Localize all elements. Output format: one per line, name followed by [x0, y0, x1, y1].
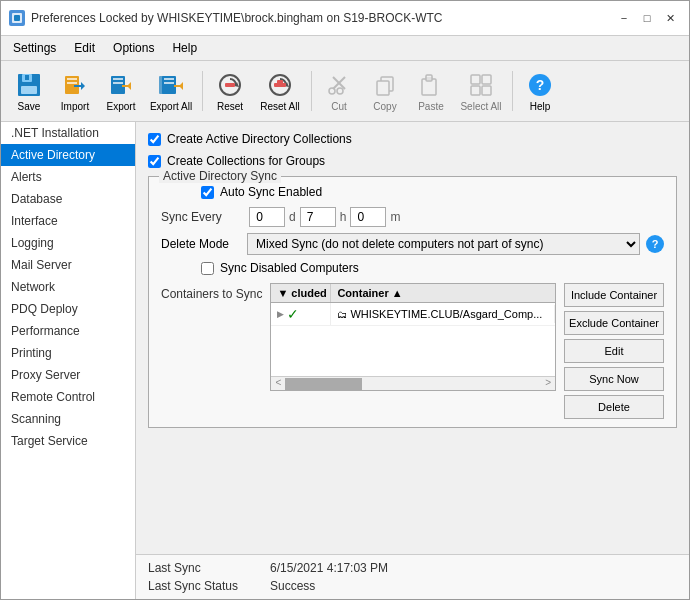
sidebar-item-network[interactable]: Network: [1, 276, 135, 298]
copy-button[interactable]: Copy: [363, 65, 407, 117]
import-button[interactable]: Import: [53, 65, 97, 117]
sidebar-item-proxy-server[interactable]: Proxy Server: [1, 364, 135, 386]
app-icon: [9, 10, 25, 26]
create-ad-collections-checkbox[interactable]: [148, 133, 161, 146]
main-window: Preferences Locked by WHISKEYTIME\brock.…: [0, 0, 690, 600]
sync-every-row: Sync Every 0 d 7 h 0 m: [161, 207, 664, 227]
sync-every-m-input[interactable]: 0: [350, 207, 386, 227]
containers-body: ▶ ✓ 🗂 WHISKEYTIME.CLUB/Asgard_Comp...: [271, 303, 555, 376]
sync-every-h-input[interactable]: 7: [300, 207, 336, 227]
delete-mode-help-icon[interactable]: ?: [646, 235, 664, 253]
sync-disabled-row: Sync Disabled Computers: [201, 261, 664, 275]
delete-button-row: Delete: [161, 395, 664, 419]
ad-sync-group: Active Directory Sync Auto Sync Enabled …: [148, 176, 677, 428]
exclude-container-button[interactable]: Exclude Container: [564, 311, 664, 335]
menu-bar: Settings Edit Options Help: [1, 36, 689, 61]
sidebar-item-scanning[interactable]: Scanning: [1, 408, 135, 430]
sidebar-item-logging[interactable]: Logging: [1, 232, 135, 254]
last-sync-status-value: Success: [270, 579, 315, 593]
sync-every-d-input[interactable]: 0: [249, 207, 285, 227]
maximize-button[interactable]: □: [636, 7, 658, 29]
auto-sync-checkbox[interactable]: [201, 186, 214, 199]
sidebar-item-alerts[interactable]: Alerts: [1, 166, 135, 188]
container-column-header[interactable]: Container ▲: [331, 284, 555, 302]
group-box-title: Active Directory Sync: [159, 169, 281, 183]
svg-rect-36: [471, 75, 480, 84]
bottom-section: Last Sync 6/15/2021 4:17:03 PM Last Sync…: [136, 554, 689, 599]
svg-rect-5: [25, 75, 29, 80]
toolbar: Save Import: [1, 61, 689, 122]
sidebar-item-pdq-deploy[interactable]: PDQ Deploy: [1, 298, 135, 320]
paste-label: Paste: [418, 101, 444, 112]
sidebar-item-printing[interactable]: Printing: [1, 342, 135, 364]
save-button[interactable]: Save: [7, 65, 51, 117]
sidebar-item-dotnet[interactable]: .NET Installation: [1, 122, 135, 144]
sync-disabled-label: Sync Disabled Computers: [220, 261, 359, 275]
menu-edit[interactable]: Edit: [66, 38, 103, 58]
menu-help[interactable]: Help: [164, 38, 205, 58]
sync-every-h-label: h: [340, 210, 347, 224]
svg-rect-39: [482, 86, 491, 95]
containers-section: Containers to Sync ▼ cluded Container: [161, 283, 664, 391]
reset-button[interactable]: Reset: [208, 65, 252, 117]
sidebar-item-remote-control[interactable]: Remote Control: [1, 386, 135, 408]
sidebar-item-mail-server[interactable]: Mail Server: [1, 254, 135, 276]
minimize-button[interactable]: −: [613, 7, 635, 29]
paste-icon: [417, 71, 445, 99]
sync-every-label: Sync Every: [161, 210, 241, 224]
reset-all-label: Reset All: [260, 101, 299, 112]
include-container-button[interactable]: Include Container: [564, 283, 664, 307]
import-icon: [61, 71, 89, 99]
reset-all-icon: [266, 71, 294, 99]
window-title: Preferences Locked by WHISKEYTIME\brock.…: [31, 11, 442, 25]
auto-sync-row: Auto Sync Enabled: [201, 185, 664, 199]
copy-icon: [371, 71, 399, 99]
svg-point-29: [329, 88, 335, 94]
paste-button[interactable]: Paste: [409, 65, 453, 117]
last-sync-status-label: Last Sync Status: [148, 579, 258, 593]
horizontal-scrollbar[interactable]: [285, 378, 541, 390]
sync-every-m-label: m: [390, 210, 400, 224]
included-column-header[interactable]: ▼ cluded: [271, 284, 331, 302]
create-collections-groups-checkbox[interactable]: [148, 155, 161, 168]
delete-mode-row: Delete Mode Mixed Sync (do not delete co…: [161, 233, 664, 255]
containers-buttons: Include Container Exclude Container Edit…: [564, 283, 664, 391]
edit-button[interactable]: Edit: [564, 339, 664, 363]
row-expand-cell: ▶ ✓: [271, 303, 331, 325]
select-all-button[interactable]: Select All: [455, 65, 507, 117]
sidebar: .NET Installation Active Directory Alert…: [1, 122, 136, 599]
delete-mode-label: Delete Mode: [161, 237, 241, 251]
help-label: Help: [530, 101, 551, 112]
delete-mode-select[interactable]: Mixed Sync (do not delete computers not …: [247, 233, 640, 255]
sync-now-button[interactable]: Sync Now: [564, 367, 664, 391]
content-area: Create Active Directory Collections Crea…: [136, 122, 689, 554]
sidebar-item-performance[interactable]: Performance: [1, 320, 135, 342]
export-all-label: Export All: [150, 101, 192, 112]
sidebar-item-interface[interactable]: Interface: [1, 210, 135, 232]
sidebar-item-database[interactable]: Database: [1, 188, 135, 210]
export-label: Export: [107, 101, 136, 112]
sidebar-item-active-directory[interactable]: Active Directory: [1, 144, 135, 166]
reset-all-button[interactable]: Reset All: [254, 65, 306, 117]
svg-rect-35: [425, 77, 433, 80]
svg-rect-24: [225, 83, 235, 87]
menu-options[interactable]: Options: [105, 38, 162, 58]
export-button[interactable]: Export: [99, 65, 143, 117]
sidebar-item-target-service[interactable]: Target Service: [1, 430, 135, 452]
import-label: Import: [61, 101, 89, 112]
svg-rect-19: [164, 82, 174, 84]
export-all-button[interactable]: Export All: [145, 65, 197, 117]
menu-settings[interactable]: Settings: [5, 38, 64, 58]
title-bar: Preferences Locked by WHISKEYTIME\brock.…: [1, 1, 689, 36]
sync-disabled-checkbox[interactable]: [201, 262, 214, 275]
close-button[interactable]: ✕: [659, 7, 681, 29]
delete-button[interactable]: Delete: [564, 395, 664, 419]
last-sync-value: 6/15/2021 4:17:03 PM: [270, 561, 388, 575]
table-row[interactable]: ▶ ✓ 🗂 WHISKEYTIME.CLUB/Asgard_Comp...: [271, 303, 555, 326]
cut-button[interactable]: Cut: [317, 65, 361, 117]
reset-label: Reset: [217, 101, 243, 112]
export-icon: [107, 71, 135, 99]
containers-table: ▼ cluded Container ▲: [270, 283, 556, 391]
help-button[interactable]: ? Help: [518, 65, 562, 117]
svg-text:?: ?: [536, 77, 545, 93]
